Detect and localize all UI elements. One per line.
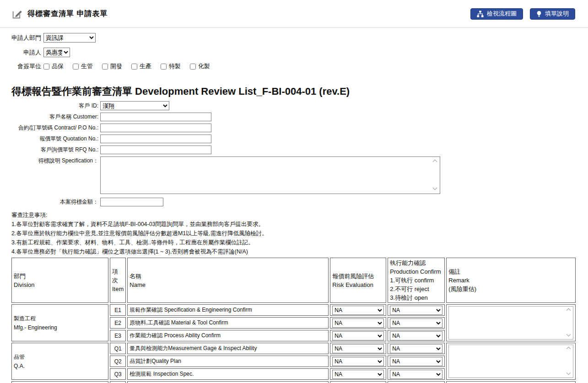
countersign-item-4: 特製 (161, 62, 181, 70)
view-flowchart-button[interactable]: 檢視流程圖 (470, 8, 523, 20)
confirm-cell: NA (388, 330, 445, 341)
countersign-option-label-1: 生管 (81, 62, 93, 70)
note-line-2: 2.各單位應於執行能力欄位中意見,並注意報價前風險評估分數超過M1以上等級,需進… (11, 229, 588, 238)
customer-id-select[interactable]: 漢翔 (100, 101, 169, 110)
view-flowchart-label: 檢視流程圖 (487, 10, 517, 18)
risk-select-Q1[interactable]: NA (332, 344, 384, 353)
spec-textarea[interactable] (100, 156, 440, 194)
col-header-remark-line-1: Remark (448, 276, 573, 285)
col-header-confirm-line-1: Production Confirm (390, 267, 442, 276)
countersign-checkbox-1[interactable] (73, 64, 79, 70)
confirm-cell: NA (388, 356, 445, 367)
name-cell: 量具與檢測能力Measurement Gage & Inspect Abilit… (127, 343, 329, 354)
countersign-option-label-5: 化製 (198, 62, 210, 70)
name-cell (127, 381, 329, 383)
applicant-person-row: 申請人 吳惠雯 (11, 48, 588, 57)
customer-id-row: 客戶 ID: 漢翔 (11, 101, 588, 110)
remark-cell (446, 381, 576, 383)
countersign-item-2: 開發 (102, 62, 122, 70)
col-header-confirm: 執行能力確認 Production Confirm 1.可執行 confirm … (388, 258, 445, 303)
confirm-cell: NA (388, 317, 445, 329)
remark-cell-qa (446, 343, 576, 380)
name-cell: 作業能力確認 Process Ability Confirm (127, 330, 329, 341)
countersign-label: 會簽單位 (11, 62, 41, 70)
risk-select-Q2[interactable]: NA (332, 357, 384, 366)
spec-label: 得標說明 Specification： (11, 156, 98, 165)
table-row-clipped (11, 381, 576, 383)
applicant-section: 申請人部門 資訊課 申請人 吳惠雯 會簽單位 品保 生管 開發 (0, 28, 588, 70)
amount-input[interactable] (100, 198, 163, 206)
table-row-E1: 製造工程 Mfg.- Engineering E1 規範作業確認 Specifi… (11, 304, 576, 316)
risk-cell: NA (330, 330, 386, 341)
quotation-row: 報價單號 Quotation No.: (11, 135, 588, 143)
col-header-risk-zh: 報價前風險評估 (332, 272, 384, 281)
scroll-down-icon[interactable] (566, 371, 571, 375)
review-table: 部門 Division 項次 Item 名稱 Name 報價前風險評估 Risk… (10, 256, 577, 383)
scroll-down-icon[interactable] (566, 332, 571, 337)
confirm-select-E3[interactable]: NA (390, 331, 442, 340)
countersign-checkbox-3[interactable] (131, 64, 137, 70)
countersign-checkbox-4[interactable] (161, 64, 167, 70)
division-cell-mfg: 製造工程 Mfg.- Engineering (11, 304, 108, 341)
item-cell: E1 (110, 304, 126, 316)
amount-row: 本案得標金額： (11, 198, 588, 206)
applicant-dept-select[interactable]: 資訊課 (43, 33, 96, 43)
table-row-Q1: 品管 Q.A. Q1 量具與檢測能力Measurement Gage & Ins… (11, 343, 576, 354)
table-header-row: 部門 Division 項次 Item 名稱 Name 報價前風險評估 Risk… (11, 258, 576, 303)
confirm-select-Q2[interactable]: NA (390, 357, 442, 366)
applicant-person-select[interactable]: 吳惠雯 (43, 48, 70, 57)
name-cell: 規範作業確認 Specification & Engineering Confi… (127, 304, 329, 316)
contract-input[interactable] (100, 124, 211, 132)
contract-row: 合約/訂單號碼 Contract/ P.O No.: (11, 124, 588, 132)
note-line-4: 4.各單位應務必對「執行能力確認」欄位之選項做出選擇(1 ~ 3),否則將會被視… (11, 247, 588, 256)
confirm-select-E1[interactable]: NA (390, 306, 442, 315)
risk-cell: NA (330, 304, 386, 316)
countersign-checkbox-0[interactable] (43, 64, 49, 70)
customer-name-input[interactable] (100, 113, 211, 121)
countersign-item-5: 化製 (190, 62, 210, 70)
col-header-division-zh: 部門 (14, 272, 106, 281)
note-line-1: 1.各單位對顧客需求確實了解，資料不足請填F-BI-004-03問題詢問單，並由… (11, 220, 588, 229)
page: { "colors": { "primary_button": "#2c4b9b… (0, 0, 588, 383)
countersign-checkbox-5[interactable] (190, 64, 196, 70)
countersign-option-label-3: 生產 (140, 62, 151, 70)
division-en: Mfg.- Engineering (14, 323, 106, 332)
applicant-dept-label: 申請人部門 (11, 34, 41, 42)
confirm-select-E2[interactable]: NA (390, 318, 442, 328)
confirm-cell (388, 381, 445, 383)
review-form: 客戶 ID: 漢翔 客戶名稱 Customer: 合約/訂單號碼 Contrac… (0, 101, 588, 206)
division-cell-qa: 品管 Q.A. (11, 343, 108, 380)
risk-select-E3[interactable]: NA (332, 331, 384, 340)
countersign-group: 品保 生管 開發 生產 特製 化製 (43, 62, 219, 70)
risk-select-Q3[interactable]: NA (332, 370, 384, 379)
division-zh: 製造工程 (14, 314, 106, 323)
rfq-input[interactable] (100, 146, 211, 154)
col-header-name-en: Name (129, 281, 326, 289)
review-notes: 審查注意事項: 1.各單位對顧客需求確實了解，資料不足請填F-BI-004-03… (11, 210, 588, 256)
col-header-remark-line-2: (風險重估) (448, 285, 573, 293)
form-help-button[interactable]: 填單說明 (530, 8, 575, 20)
note-line-3: 3.有新工程規範、作業要求、材料、物料、工具、檢測..等條件時，工程應在所屬作業… (11, 238, 588, 247)
col-header-risk-en: Risk Evaluation (332, 281, 384, 289)
scroll-up-icon[interactable] (566, 308, 571, 313)
customer-name-row: 客戶名稱 Customer: (11, 113, 588, 121)
confirm-select-Q1[interactable]: NA (390, 344, 442, 353)
confirm-cell: NA (388, 343, 445, 354)
header-bar: 得標審查清單 申請表單 檢視流程圖 填單說明 (0, 0, 588, 28)
countersign-row: 會簽單位 品保 生管 開發 生產 特製 (11, 62, 588, 70)
remark-textarea-qa[interactable] (448, 345, 573, 378)
countersign-checkbox-2[interactable] (102, 64, 108, 70)
confirm-select-Q3[interactable]: NA (390, 370, 442, 379)
risk-select-E1[interactable]: NA (332, 306, 384, 315)
item-cell: E2 (110, 317, 126, 329)
notes-title: 審查注意事項: (11, 210, 588, 220)
col-header-confirm-line-3: 2.不可行 reject (390, 285, 442, 293)
contract-label: 合約/訂單號碼 Contract/ P.O No.: (11, 124, 98, 132)
form-help-label: 填單說明 (545, 10, 569, 18)
col-header-confirm-line-0: 執行能力確認 (390, 259, 442, 267)
risk-select-E2[interactable]: NA (332, 318, 384, 328)
quotation-input[interactable] (100, 135, 211, 143)
item-cell: E3 (110, 330, 126, 341)
remark-textarea-mfg[interactable] (448, 306, 573, 340)
scroll-up-icon[interactable] (566, 347, 571, 351)
